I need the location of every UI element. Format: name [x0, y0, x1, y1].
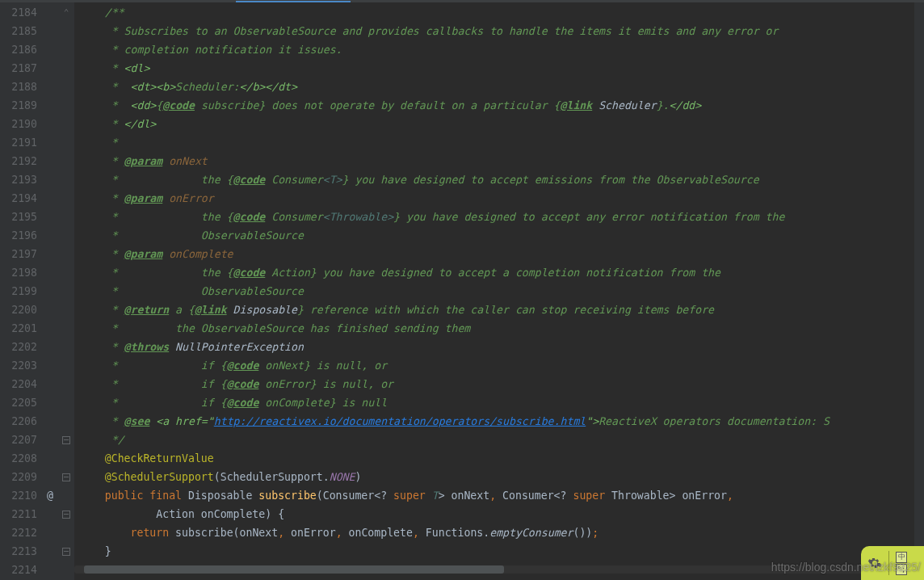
code-line[interactable]: * the {@code Consumer<T>} you have desig… [74, 170, 924, 189]
code-line[interactable]: * @param onError [74, 189, 924, 208]
code-line[interactable]: public final Disposable subscribe(Consum… [74, 486, 924, 505]
line-number[interactable]: 2204 [0, 375, 37, 393]
code-line[interactable]: * @return a {@link Disposable} reference… [74, 301, 924, 319]
line-number[interactable]: 2193 [0, 170, 37, 189]
code-line[interactable]: * <dl> [74, 59, 924, 78]
code-token: ReactiveX operators documentation: S [598, 415, 830, 427]
line-number[interactable]: 2186 [0, 40, 37, 59]
code-token: @code [233, 174, 266, 186]
code-line[interactable]: * </dl> [74, 115, 924, 133]
code-token: @code [227, 378, 259, 390]
code-line[interactable]: return subscribe(onNext, onError, onComp… [74, 523, 924, 542]
line-number[interactable]: 2209 [0, 468, 37, 486]
code-token [79, 527, 131, 539]
code-line[interactable]: * the {@code Action} you have designed t… [74, 263, 924, 282]
fold-indicator[interactable] [58, 505, 74, 523]
code-line[interactable]: * if {@code onComplete} is null [74, 393, 924, 412]
fold-indicator[interactable] [58, 3, 74, 22]
line-number[interactable]: 2197 [0, 245, 37, 263]
line-number[interactable]: 2214 [0, 561, 37, 579]
code-line[interactable]: * @see <a href="http://reactivex.io/docu… [74, 412, 924, 431]
line-number[interactable]: 2213 [0, 542, 37, 561]
line-number[interactable]: 2201 [0, 319, 37, 338]
fold-indicator [58, 22, 74, 40]
fold-indicator[interactable] [58, 542, 74, 561]
code-line[interactable]: * if {@code onNext} is null, or [74, 356, 924, 375]
code-line[interactable]: Action onComplete) { [74, 505, 924, 523]
line-number[interactable]: 2194 [0, 189, 37, 208]
line-number[interactable]: 2212 [0, 523, 37, 542]
code-line[interactable]: * @param onNext [74, 152, 924, 170]
code-token: public final [105, 490, 188, 502]
line-number[interactable]: 2189 [0, 96, 37, 115]
line-number[interactable]: 2184 [0, 3, 37, 22]
code-line[interactable]: * Subscribes to an ObservableSource and … [74, 22, 924, 40]
code-line[interactable]: @CheckReturnValue [74, 449, 924, 468]
fold-indicator[interactable] [58, 468, 74, 486]
horizontal-scrollbar-thumb[interactable] [84, 565, 504, 574]
code-line[interactable]: * ObservableSource [74, 282, 924, 301]
gutter-annotation [42, 356, 58, 375]
line-number[interactable]: 2195 [0, 208, 37, 226]
code-line[interactable]: * @throws NullPointerException [74, 338, 924, 356]
line-number[interactable]: 2185 [0, 22, 37, 40]
code-line[interactable]: * <dd>{@code subscribe} does not operate… [74, 96, 924, 115]
line-number[interactable]: 2200 [0, 301, 37, 319]
code-line[interactable]: * @param onComplete [74, 245, 924, 263]
annotation-gutter[interactable]: @ [42, 0, 58, 580]
line-number[interactable]: 2196 [0, 226, 37, 245]
fold-gutter[interactable] [58, 0, 74, 580]
line-number[interactable]: 2199 [0, 282, 37, 301]
code-line[interactable]: * ObservableSource [74, 226, 924, 245]
code-token: </dl> [124, 118, 157, 130]
line-number[interactable]: 2188 [0, 78, 37, 96]
code-token: ) [355, 471, 361, 483]
code-token: * [79, 341, 124, 353]
line-number[interactable]: 2208 [0, 449, 37, 468]
gutter-annotation[interactable]: @ [42, 486, 58, 505]
gutter-annotation [42, 542, 58, 561]
overview-ruler[interactable] [914, 2, 924, 580]
line-number[interactable]: 2206 [0, 412, 37, 431]
fold-indicator [58, 78, 74, 96]
line-number[interactable]: 2198 [0, 263, 37, 282]
gutter-annotation [42, 301, 58, 319]
code-token [79, 490, 105, 502]
code-line[interactable]: */ [74, 431, 924, 449]
code-token: * [79, 99, 131, 111]
fold-indicator [58, 189, 74, 208]
line-number[interactable]: 2203 [0, 356, 37, 375]
line-number[interactable]: 2207 [0, 431, 37, 449]
fold-indicator [58, 208, 74, 226]
line-number-gutter[interactable]: 2184218521862187218821892190219121922193… [0, 0, 42, 580]
code-token: @CheckReturnValue [105, 452, 214, 464]
code-token: @code [162, 99, 195, 111]
code-line[interactable]: * the ObservableSource has finished send… [74, 319, 924, 338]
code-line[interactable]: * completion notification it issues. [74, 40, 924, 59]
line-number[interactable]: 2211 [0, 505, 37, 523]
code-line[interactable]: @SchedulerSupport(SchedulerSupport.NONE) [74, 468, 924, 486]
code-area[interactable]: /** * Subscribes to an ObservableSource … [74, 0, 924, 580]
line-number[interactable]: 2192 [0, 152, 37, 170]
code-line[interactable]: * <dt><b>Scheduler:</b></dt> [74, 78, 924, 96]
code-editor[interactable]: 2184218521862187218821892190219121922193… [0, 0, 924, 580]
line-number[interactable]: 2187 [0, 59, 37, 78]
code-line[interactable]: * if {@code onError} is null, or [74, 375, 924, 393]
code-line[interactable]: } [74, 542, 924, 561]
fold-indicator [58, 393, 74, 412]
line-number[interactable]: 2202 [0, 338, 37, 356]
line-number[interactable]: 2191 [0, 133, 37, 152]
code-token: <Throwable> [323, 211, 393, 223]
code-token: * completion notification it issues. [79, 44, 342, 56]
code-token: , [489, 490, 496, 502]
line-number[interactable]: 2210 [0, 486, 37, 505]
code-token: Scheduler: [175, 81, 239, 93]
line-number[interactable]: 2190 [0, 115, 37, 133]
fold-indicator[interactable] [58, 431, 74, 449]
code-token: @return [124, 304, 170, 316]
code-line[interactable]: /** [74, 3, 924, 22]
code-line[interactable]: * [74, 133, 924, 152]
code-token: (Consumer<? [317, 490, 393, 502]
code-line[interactable]: * the {@code Consumer<Throwable>} you ha… [74, 208, 924, 226]
line-number[interactable]: 2205 [0, 393, 37, 412]
